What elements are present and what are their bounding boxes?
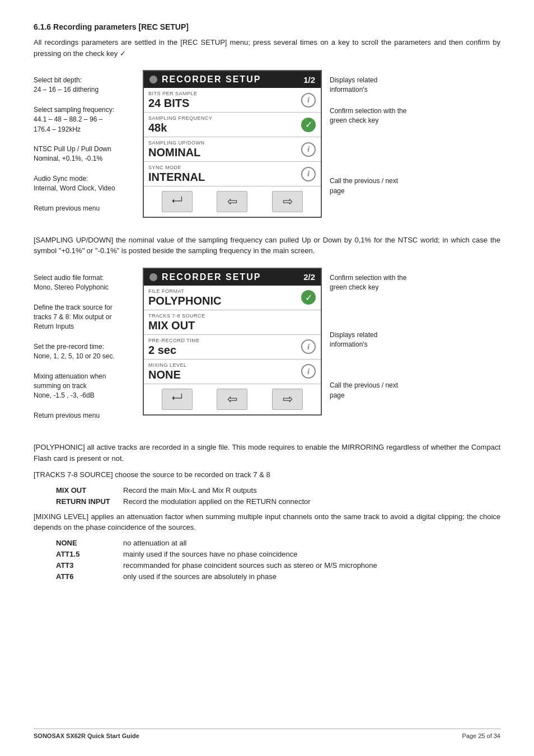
row-mixlevel-content: MIXING LEVEL NONE — [148, 362, 301, 381]
return-btn-1[interactable]: ⮠ — [162, 191, 193, 212]
info-icon-prerecord: i — [301, 339, 316, 354]
icon-sampling: ✓ — [301, 117, 316, 133]
row-tracks78: TRACKS 7-8 SOURCE MIX OUT — [144, 310, 321, 335]
value-sampling: 48k — [148, 122, 167, 134]
panel1-page: 1/2 — [303, 75, 315, 85]
right-label-displays1: Displays relatedinformation's — [330, 76, 428, 95]
list-item-att3: ATT3 recommanded for phase coincident so… — [56, 561, 500, 570]
section-title: 6.1.6 Recording parameters [REC SETUP] — [34, 22, 500, 31]
list-item-mixout: MIX OUT Record the main Mix-L and Mix R … — [56, 486, 500, 494]
label-mixlevel-row: MIXING LEVEL — [148, 362, 301, 368]
row-sampling-content: SAMPLING FREQUENCY 48k — [148, 115, 301, 134]
right-label-empty3 — [330, 304, 428, 314]
check-icon-fileformat: ✓ — [301, 290, 316, 305]
row-sync-content: SYNC MODE INTERNAL — [148, 165, 301, 183]
label-tracks78-row: TRACKS 7-8 SOURCE — [148, 313, 301, 319]
row-fileformat-content: FILE FORMAT POLYPHONIC — [148, 288, 301, 307]
desc-att15: mainly used if the sources have no phase… — [123, 550, 500, 558]
panel2-header-left: RECORDER SETUP — [149, 272, 261, 282]
label-sync: Audio Sync mode:Internal, Word Clock, Vi… — [34, 174, 143, 194]
right-label-empty1 — [330, 137, 428, 147]
icon-sync: i — [301, 166, 316, 182]
row-sampling-freq: SAMPLING FREQUENCY 48k ✓ — [144, 113, 321, 137]
panel1-header: RECORDER SETUP 1/2 — [144, 71, 321, 88]
right-label-empty4 — [330, 361, 428, 371]
row-mixlevel: MIXING LEVEL NONE i — [144, 360, 321, 384]
prev-btn-1[interactable]: ⇦ — [217, 191, 247, 212]
panel1-left-labels: Select bit depth:24 – 16 – 16 dithering … — [34, 70, 143, 223]
list-item-return: RETURN INPUT Record the modulation appli… — [56, 497, 500, 506]
icon-tracks78 — [301, 314, 316, 330]
label-bit-depth: Select bit depth:24 – 16 – 16 dithering — [34, 76, 143, 95]
label-updown: SAMPLING UP/DOWN — [148, 140, 301, 146]
page-footer: SONOSAX SX62R Quick Start Guide Page 25 … — [34, 729, 500, 739]
label-ntsc: NTSC Pull Up / Pull DownNominal, +0.1%, … — [34, 144, 143, 164]
right-label-pages2: Call the previous / nextpage — [330, 381, 428, 400]
paragraph3: [TRACKS 7-8 SOURCE] choose the source to… — [34, 469, 500, 480]
row-prerecord-content: PRE-RECORD TIME 2 sec — [148, 338, 301, 356]
term-none: NONE — [56, 539, 123, 547]
panel1-right-labels: Displays relatedinformation's Confirm se… — [322, 70, 428, 207]
value-bits: 24 BITS — [148, 97, 189, 109]
label-bits: BITS PER SAMPLE — [148, 91, 301, 96]
row-bits-per-sample: BITS PER SAMPLE 24 BITS i — [144, 88, 321, 113]
desc-return: Record the modulation applied on the RET… — [123, 497, 500, 506]
footer-page: Page 25 of 34 — [462, 732, 500, 739]
list-item-none: NONE no attenuation at all — [56, 539, 500, 547]
panel1: RECORDER SETUP 1/2 BITS PER SAMPLE 24 BI… — [143, 70, 322, 218]
panel1-title: RECORDER SETUP — [162, 74, 261, 85]
term-return: RETURN INPUT — [56, 497, 123, 506]
row-file-format: FILE FORMAT POLYPHONIC ✓ — [144, 286, 321, 310]
label-sampling-freq: Select sampling frequency:44.1 – 48 – 88… — [34, 105, 143, 134]
right-label-confirm2: Confirm selection with thegreen check ke… — [330, 273, 428, 293]
label-prerecord: Set the pre-record time:None, 1, 2, 5, 1… — [34, 342, 143, 362]
label-return-prev1: Return previous menu — [34, 204, 143, 213]
label-fileformat: FILE FORMAT — [148, 288, 301, 294]
info-icon-sync: i — [301, 167, 316, 181]
panel1-nav: ⮠ ⇦ ⇨ — [144, 186, 321, 217]
desc-att3: recommanded for phase coincident sources… — [123, 561, 500, 570]
panel2-page: 2/2 — [303, 272, 315, 282]
header-circle2 — [149, 273, 157, 281]
label-sampling: SAMPLING FREQUENCY — [148, 115, 301, 121]
panel2-right-labels: Confirm selection with thegreen check ke… — [322, 268, 428, 412]
check-icon-sampling: ✓ — [301, 118, 316, 132]
list-item-att15: ATT1.5 mainly used if the sources have n… — [56, 550, 500, 558]
label-prerecord-row: PRE-RECORD TIME — [148, 338, 301, 343]
paragraph2: [POLYPHONIC] all active tracks are recor… — [34, 442, 500, 464]
desc-att6: only used if the sources are absolutely … — [123, 572, 500, 581]
value-updown: NOMINAL — [148, 146, 200, 158]
row-updown-content: SAMPLING UP/DOWN NOMINAL — [148, 140, 301, 158]
icon-bits: i — [301, 92, 316, 108]
panel2-nav: ⮠ ⇦ ⇨ — [144, 384, 321, 414]
value-mixlevel: NONE — [148, 368, 181, 381]
header-circle — [149, 76, 157, 83]
value-prerecord: 2 sec — [148, 344, 176, 356]
label-mixlevel: Mixing attenuation whensumming on trackN… — [34, 372, 143, 401]
info-icon-mixlevel: i — [301, 364, 316, 379]
panel1-layout: Select bit depth:24 – 16 – 16 dithering … — [34, 70, 500, 223]
next-btn-2[interactable]: ⇨ — [272, 389, 303, 410]
icon-updown: i — [301, 142, 316, 157]
info-icon-bits: i — [301, 93, 316, 108]
return-btn-2[interactable]: ⮠ — [162, 389, 193, 410]
panel2-layout: Select audio file format:Mono, Stereo Po… — [34, 268, 500, 431]
row-prerecord: PRE-RECORD TIME 2 sec i — [144, 335, 321, 360]
term-att6: ATT6 — [56, 572, 123, 581]
info-icon-updown: i — [301, 142, 316, 157]
row-sampling-updown: SAMPLING UP/DOWN NOMINAL i — [144, 137, 321, 162]
value-fileformat: POLYPHONIC — [148, 295, 221, 307]
panel2: RECORDER SETUP 2/2 FILE FORMAT POLYPHONI… — [143, 268, 322, 416]
row-sync-mode: SYNC MODE INTERNAL i — [144, 162, 321, 186]
row-tracks78-content: TRACKS 7-8 SOURCE MIX OUT — [148, 313, 301, 332]
prev-btn-2[interactable]: ⇦ — [217, 389, 247, 410]
next-btn-1[interactable]: ⇨ — [272, 191, 303, 212]
label-sync-mode: SYNC MODE — [148, 165, 301, 170]
value-tracks78: MIX OUT — [148, 319, 195, 332]
term-att15: ATT1.5 — [56, 550, 123, 558]
tracks-list: MIX OUT Record the main Mix-L and Mix R … — [56, 486, 500, 506]
list-item-att6: ATT6 only used if the sources are absolu… — [56, 572, 500, 581]
term-mixout: MIX OUT — [56, 486, 123, 494]
panel2-title: RECORDER SETUP — [162, 272, 261, 282]
footer-logo: SONOSAX SX62R Quick Start Guide — [34, 732, 139, 739]
